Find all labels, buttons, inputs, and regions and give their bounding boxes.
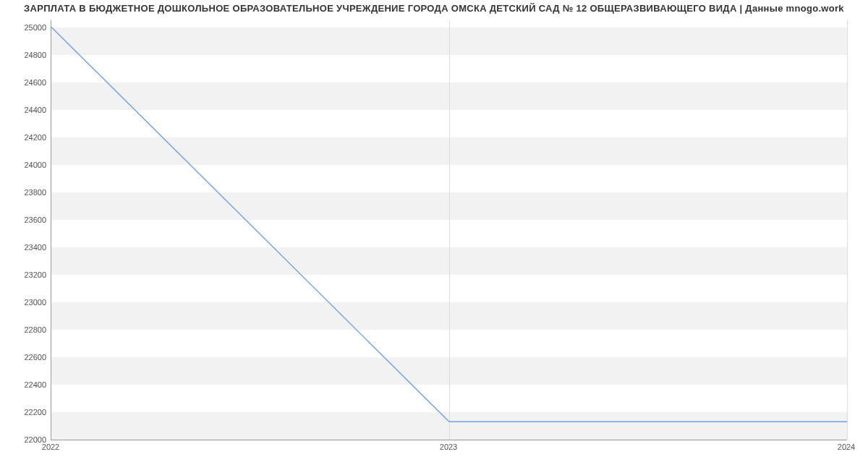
y-tick-label: 23800 xyxy=(3,188,46,197)
series-salary xyxy=(51,27,847,422)
y-tick-label: 23400 xyxy=(3,243,46,252)
y-tick-label: 24800 xyxy=(3,51,46,59)
y-tick-label: 24400 xyxy=(3,106,46,114)
plot-area xyxy=(51,20,847,440)
y-tick-label: 22600 xyxy=(3,353,46,362)
y-tick-label: 23000 xyxy=(3,298,46,307)
y-tick-label: 24000 xyxy=(3,161,46,169)
x-tick-label: 2022 xyxy=(42,443,59,451)
x-tick-label: 2024 xyxy=(838,443,855,451)
y-tick-label: 22800 xyxy=(3,325,46,334)
chart-container: ЗАРПЛАТА В БЮДЖЕТНОЕ ДОШКОЛЬНОЕ ОБРАЗОВА… xyxy=(0,0,868,470)
y-tick-label: 23600 xyxy=(3,215,46,224)
y-tick-label: 22000 xyxy=(3,435,46,444)
y-tick-label: 24200 xyxy=(3,133,46,142)
y-tick-label: 23200 xyxy=(3,270,46,279)
y-tick-label: 24600 xyxy=(3,78,46,87)
y-tick-label: 22200 xyxy=(3,408,46,416)
chart-title: ЗАРПЛАТА В БЮДЖЕТНОЕ ДОШКОЛЬНОЕ ОБРАЗОВА… xyxy=(0,3,868,14)
y-tick-label: 25000 xyxy=(3,23,46,32)
line-layer xyxy=(51,20,847,440)
y-tick-label: 22400 xyxy=(3,380,46,389)
gridline-vertical xyxy=(847,20,848,440)
x-tick-label: 2023 xyxy=(440,443,457,451)
